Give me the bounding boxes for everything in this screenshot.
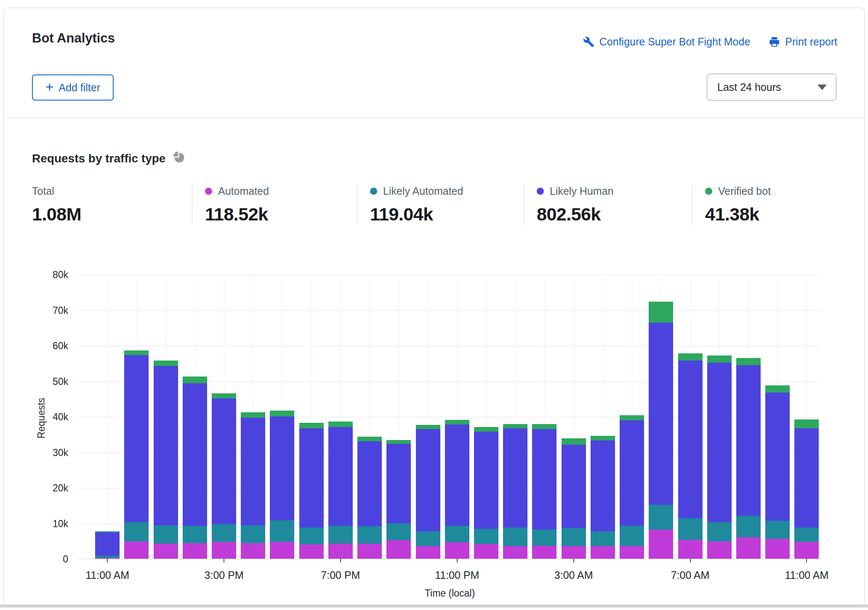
stat-likely-automated[interactable]: Likely Automated 119.04k: [357, 185, 524, 225]
x-tick-mark: [224, 559, 224, 562]
stacked-bar[interactable]: [183, 377, 207, 559]
add-filter-label: Add filter: [59, 82, 100, 94]
stacked-bar[interactable]: [416, 425, 440, 559]
bar-segment-automated: [154, 544, 178, 559]
bar-segment-automated: [270, 542, 294, 559]
bar-segment-verified-bot: [212, 393, 236, 398]
bar-segment-automated: [620, 546, 644, 559]
stacked-bar[interactable]: [241, 412, 265, 559]
stat-label: Likely Automated: [383, 185, 463, 197]
stacked-bar[interactable]: [503, 424, 527, 559]
add-filter-button[interactable]: + Add filter: [32, 74, 114, 101]
bar-segment-likely-human: [241, 418, 265, 526]
chevron-down-icon: [817, 85, 827, 90]
bar-segment-likely-human: [299, 428, 324, 528]
stacked-bar[interactable]: [765, 385, 790, 559]
stat-value: 119.04k: [370, 204, 524, 225]
time-range-value: Last 24 hours: [717, 81, 781, 93]
bar-segment-likely-automated: [241, 525, 265, 543]
bar-segment-likely-automated: [270, 520, 294, 542]
stat-label: Total: [32, 185, 54, 197]
stacked-bar[interactable]: [212, 393, 236, 559]
stacked-bar[interactable]: [591, 436, 615, 559]
x-axis-title: Time (local): [78, 588, 821, 599]
bar-segment-likely-automated: [532, 530, 556, 546]
stacked-bar[interactable]: [678, 353, 703, 559]
stacked-bar[interactable]: [649, 302, 673, 559]
x-tick-mark: [806, 559, 807, 562]
bar-segment-likely-automated: [765, 521, 790, 538]
bar-segment-automated: [794, 542, 819, 559]
section-title-row: Requests by traffic type: [32, 151, 185, 166]
x-tick-label: 7:00 PM: [321, 569, 360, 581]
stacked-bar[interactable]: [532, 424, 556, 559]
bar-segment-likely-automated: [678, 518, 703, 540]
bar-segment-likely-human: [649, 323, 673, 505]
bar-segment-automated: [707, 541, 732, 559]
bar-segment-likely-automated: [154, 525, 178, 544]
requests-stacked-bar-chart: 010k20k30k40k50k60k70k80k11:00 AM3:00 PM…: [78, 275, 821, 559]
bar-segment-verified-bot: [474, 427, 498, 432]
y-tick-label: 60k: [16, 340, 68, 352]
stacked-bar[interactable]: [620, 415, 644, 559]
stacked-bar[interactable]: [794, 419, 819, 559]
bar-segment-verified-bot: [183, 377, 207, 383]
stacked-bar[interactable]: [95, 531, 120, 559]
stacked-bar[interactable]: [736, 358, 761, 559]
stacked-bar[interactable]: [562, 438, 586, 559]
bar-segment-likely-automated: [328, 526, 353, 543]
y-axis-title: Requests: [35, 387, 48, 450]
x-tick-label: 11:00 AM: [85, 569, 129, 581]
gridline-horizontal: [78, 275, 821, 275]
bar-segment-likely-human: [503, 428, 527, 528]
bar-segment-automated: [328, 544, 353, 559]
bar-segment-automated: [416, 546, 440, 559]
window-bottom-edge: [0, 605, 868, 607]
bar-segment-verified-bot: [678, 353, 703, 360]
bar-segment-likely-automated: [474, 529, 498, 544]
bar-segment-likely-human: [794, 428, 819, 528]
page-title: Bot Analytics: [32, 31, 115, 46]
bar-segment-automated: [649, 530, 673, 559]
bar-segment-likely-human: [270, 416, 294, 520]
bar-segment-likely-automated: [562, 528, 586, 546]
bar-segment-verified-bot: [794, 419, 819, 428]
header-divider: [4, 117, 864, 118]
x-tick-mark: [107, 559, 108, 562]
stacked-bar[interactable]: [270, 411, 294, 559]
stacked-bar[interactable]: [124, 350, 149, 559]
bar-segment-likely-human: [386, 444, 411, 523]
bar-segment-automated: [532, 546, 556, 559]
bar-segment-verified-bot: [241, 412, 265, 418]
stacked-bar[interactable]: [154, 361, 178, 559]
y-tick-label: 80k: [16, 269, 68, 281]
chart-plot-area: [78, 275, 821, 559]
stat-likely-human[interactable]: Likely Human 802.56k: [524, 185, 692, 225]
header-actions: Configure Super Bot Fight Mode Print rep…: [583, 36, 837, 48]
configure-super-bot-fight-mode-link[interactable]: Configure Super Bot Fight Mode: [583, 36, 751, 48]
bar-segment-verified-bot: [416, 425, 440, 429]
bar-segment-likely-automated: [620, 526, 644, 546]
stacked-bar[interactable]: [357, 437, 382, 559]
gridline-horizontal: [78, 310, 821, 311]
stat-automated[interactable]: Automated 118.52k: [192, 185, 357, 225]
stacked-bar[interactable]: [707, 355, 732, 559]
stacked-bar[interactable]: [474, 427, 498, 559]
stacked-bar[interactable]: [299, 423, 324, 559]
bar-segment-automated: [591, 546, 615, 559]
bar-segment-likely-human: [154, 366, 178, 525]
bar-segment-likely-automated: [357, 526, 382, 544]
print-report-link[interactable]: Print report: [769, 36, 837, 48]
time-range-select[interactable]: Last 24 hours: [707, 74, 836, 101]
stat-total[interactable]: Total 1.08M: [32, 185, 192, 225]
stacked-bar[interactable]: [386, 440, 411, 559]
stacked-bar[interactable]: [445, 420, 469, 559]
bar-segment-automated: [445, 542, 469, 559]
bar-segment-likely-human: [562, 445, 586, 528]
stacked-bar[interactable]: [328, 422, 353, 559]
stat-verified-bot[interactable]: Verified bot 41.38k: [692, 185, 835, 225]
bar-segment-automated: [357, 544, 382, 559]
bar-segment-likely-automated: [124, 522, 149, 541]
bar-segment-automated: [503, 546, 527, 559]
stat-value: 41.38k: [705, 204, 835, 225]
